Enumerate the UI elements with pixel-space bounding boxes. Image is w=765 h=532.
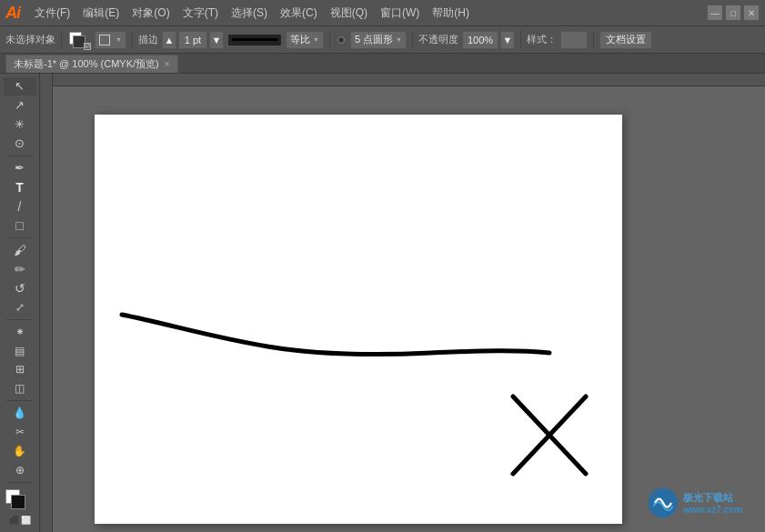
scale-tool-btn[interactable]: ⤢ xyxy=(4,298,36,316)
menu-text[interactable]: 文字(T) xyxy=(177,4,224,23)
maximize-button[interactable]: □ xyxy=(725,5,741,21)
toolbar: 未选择对象 ⊘ 描边 ▲ 1 pt ▼ 等比 5 点圆形 不透明度 100% ▼… xyxy=(0,26,765,54)
opacity-value[interactable]: 100% xyxy=(462,31,498,49)
watermark: 极光下载站 www.xz7.com xyxy=(647,485,756,521)
ratio-dropdown[interactable]: 等比 xyxy=(286,31,324,49)
opacity-label: 不透明度 xyxy=(418,33,458,46)
tab-title: 未标题-1* @ 100% (CMYK/预览) xyxy=(14,57,159,71)
close-button[interactable]: ✕ xyxy=(743,5,760,21)
window-controls: — □ ✕ xyxy=(707,5,760,21)
pen-tool-btn[interactable]: ✒ xyxy=(4,159,36,177)
doc-settings-button[interactable]: 文档设置 xyxy=(599,31,652,49)
gradient-tool-btn[interactable]: ◫ xyxy=(4,379,36,397)
opacity-dropdown[interactable]: ▼ xyxy=(500,31,515,49)
menu-object[interactable]: 对象(O) xyxy=(126,4,175,23)
menu-help[interactable]: 帮助(H) xyxy=(427,4,475,23)
menu-select[interactable]: 选择(S) xyxy=(226,4,273,23)
ruler-left xyxy=(40,74,53,532)
tb-separator-2 xyxy=(132,31,133,49)
eyedropper-tool-btn[interactable]: 💧 xyxy=(4,404,36,422)
stroke-up-btn[interactable]: ▲ xyxy=(162,31,176,49)
pencil-tool-btn[interactable]: ✏ xyxy=(4,260,36,278)
ruler-top xyxy=(40,74,765,86)
view-mode-buttons[interactable]: ⬛ ⬜ xyxy=(4,512,36,528)
fill-stroke-colors[interactable]: ⊘ xyxy=(67,30,91,50)
rect-tool-btn[interactable]: □ xyxy=(4,216,36,235)
tool-separator-4 xyxy=(6,400,34,401)
menu-view[interactable]: 视图(Q) xyxy=(325,4,373,23)
tool-separator-2 xyxy=(6,237,34,238)
stroke-down-btn[interactable]: ▼ xyxy=(209,31,224,49)
stroke-line xyxy=(232,38,277,41)
menu-effect[interactable]: 效果(C) xyxy=(275,4,323,23)
app-logo: Ai xyxy=(5,4,20,23)
rotate-tool-btn[interactable]: ↺ xyxy=(4,279,36,297)
tb-separator-4 xyxy=(412,31,413,49)
tb-separator-3 xyxy=(329,31,330,49)
document-tab[interactable]: 未标题-1* @ 100% (CMYK/预览) × xyxy=(5,55,178,73)
mesh-tool-btn[interactable]: ⊞ xyxy=(4,361,36,379)
hand-tool-btn[interactable]: ✋ xyxy=(4,442,36,460)
stroke-preview xyxy=(227,34,282,46)
direct-selection-tool-btn[interactable]: ↗ xyxy=(4,96,36,115)
type-tool-btn[interactable]: T xyxy=(4,178,36,196)
menu-window[interactable]: 窗口(W) xyxy=(375,4,425,23)
zoom-tool-btn[interactable]: ⊕ xyxy=(4,461,36,479)
minimize-button[interactable]: — xyxy=(707,5,723,21)
selection-label: 未选择对象 xyxy=(5,33,55,46)
tb-separator-6 xyxy=(593,31,594,49)
menu-bar: 文件(F) 编辑(E) 对象(O) 文字(T) 选择(S) 效果(C) 视图(Q… xyxy=(29,4,707,23)
blend-tool-btn[interactable]: ⁕ xyxy=(4,323,36,341)
title-bar: Ai 文件(F) 编辑(E) 对象(O) 文字(T) 选择(S) 效果(C) 视… xyxy=(0,0,765,26)
fill-stroke-swatch[interactable] xyxy=(4,487,36,510)
stroke-type-dropdown[interactable] xyxy=(95,31,126,49)
left-toolbar: ↖ ↗ ✳ ⊙ ✒ T / □ 🖌 ✏ ↺ ⤢ ⁕ ▤ ⊞ ◫ 💧 ✂ ✋ ⊕ … xyxy=(0,74,40,532)
tool-separator-5 xyxy=(6,482,34,483)
tool-separator-3 xyxy=(6,319,34,320)
style-dropdown[interactable] xyxy=(560,31,588,49)
tab-bar: 未标题-1* @ 100% (CMYK/预览) × xyxy=(0,54,765,74)
tool-separator-1 xyxy=(6,156,34,156)
column-graph-tool-btn[interactable]: ▤ xyxy=(4,342,36,360)
stroke-label: 描边 xyxy=(138,33,158,46)
line-tool-btn[interactable]: / xyxy=(4,197,36,216)
paintbrush-tool-btn[interactable]: 🖌 xyxy=(4,241,36,259)
watermark-text: 极光下载站 www.xz7.com xyxy=(683,491,742,515)
canvas-area[interactable]: 极光下载站 www.xz7.com xyxy=(40,74,765,532)
tb-separator-5 xyxy=(520,31,521,49)
canvas-document[interactable] xyxy=(95,115,622,524)
magic-wand-tool-btn[interactable]: ✳ xyxy=(4,115,36,134)
menu-file[interactable]: 文件(F) xyxy=(29,4,75,23)
lasso-tool-btn[interactable]: ⊙ xyxy=(4,135,36,153)
watermark-logo xyxy=(647,487,679,519)
tb-separator-1 xyxy=(61,31,62,49)
scissors-tool-btn[interactable]: ✂ xyxy=(4,423,36,441)
brush-type-dropdown[interactable]: 5 点圆形 xyxy=(350,31,407,49)
selection-tool-btn[interactable]: ↖ xyxy=(4,77,36,95)
dot-indicator xyxy=(337,36,345,44)
stroke-weight-input[interactable]: 1 pt xyxy=(178,31,207,49)
main-area: ↖ ↗ ✳ ⊙ ✒ T / □ 🖌 ✏ ↺ ⤢ ⁕ ▤ ⊞ ◫ 💧 ✂ ✋ ⊕ … xyxy=(0,74,765,532)
style-label: 样式： xyxy=(527,33,557,46)
menu-edit[interactable]: 编辑(E) xyxy=(77,4,125,23)
tab-close-button[interactable]: × xyxy=(165,59,170,69)
canvas-drawing xyxy=(95,115,622,524)
